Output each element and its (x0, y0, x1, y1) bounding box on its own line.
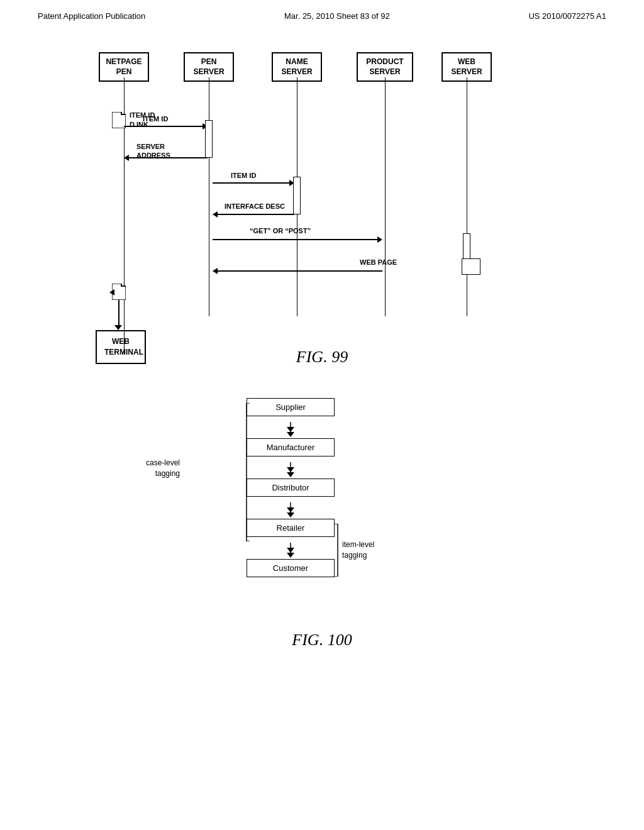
page-header: Patent Application Publication Mar. 25, … (0, 0, 644, 21)
header-left: Patent Application Publication (38, 11, 145, 21)
fig100-label: FIG. 100 (0, 631, 644, 650)
arrow-item-id-2 (213, 180, 294, 186)
arrow-label-item-id-1: ITEM ID (143, 115, 168, 123)
arrow-item-id-1 (124, 123, 208, 130)
lifeline-web-server (467, 77, 467, 316)
manufacturer-box: Manufacturer (247, 438, 335, 456)
svg-marker-7 (287, 472, 294, 477)
lifeline-product-server (385, 77, 386, 316)
arrow-down-head (114, 325, 122, 330)
customer-box: Customer (247, 559, 335, 577)
retailer-box: Retailer (247, 519, 335, 537)
arrow-label-web-page: WEB PAGE (360, 258, 397, 266)
arrow-interface-desc (213, 211, 294, 218)
arrow-down-to-terminal (118, 300, 119, 326)
supplier-box: Supplier (247, 398, 335, 416)
lifeline-pen-server (209, 77, 209, 316)
double-arrow-3 (284, 502, 297, 517)
svg-marker-3 (287, 432, 294, 437)
arrow-label-get-post: “GET” OR “POST” (250, 227, 311, 235)
distributor-box: Distributor (247, 479, 335, 497)
header-right: US 2010/0072275 A1 (528, 11, 606, 21)
arrow-web-page (213, 268, 382, 274)
svg-marker-15 (287, 553, 294, 558)
fig100-diagram: Supplier Manufacturer Distributor (146, 398, 498, 624)
arrow-get-post (213, 236, 382, 243)
double-arrow-1 (284, 422, 297, 437)
double-arrow-2 (284, 462, 297, 477)
activation-name-server (293, 177, 301, 214)
item-level-label: item-leveltagging (342, 540, 374, 561)
arrow-to-web-terminal (109, 289, 114, 296)
activation-pen-server-1 (205, 120, 213, 158)
arrow-label-item-id-2: ITEM ID (231, 172, 256, 179)
case-level-bracket (234, 403, 250, 541)
web-page-box (462, 258, 480, 275)
double-arrow-4 (284, 543, 297, 558)
arrow-label-server-address: SERVERADDRESS (136, 142, 170, 160)
arrow-label-interface-desc: INTERFACE DESC (225, 202, 285, 211)
fig99-diagram: NETPAGEPEN PENSERVER NAMESERVER PRODUCTS… (64, 40, 580, 360)
svg-marker-11 (287, 512, 294, 517)
web-terminal-box: WEBTERMINAL (96, 330, 146, 364)
header-middle: Mar. 25, 2010 Sheet 83 of 92 (284, 11, 390, 21)
case-level-label: case-leveltagging (146, 458, 180, 479)
